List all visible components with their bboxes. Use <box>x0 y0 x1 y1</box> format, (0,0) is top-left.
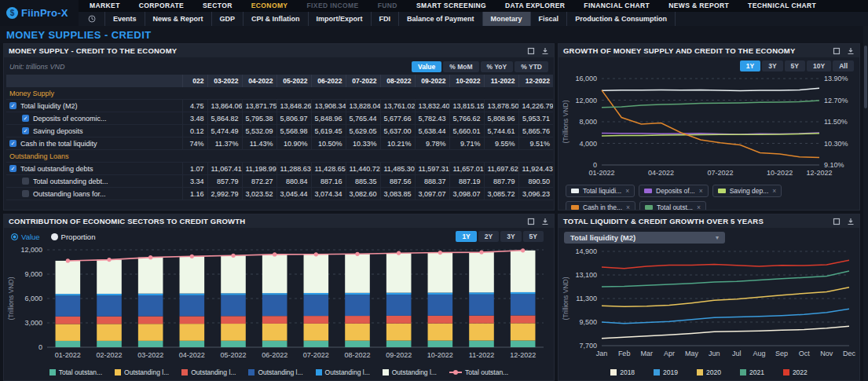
cell-value: 5,619.45 <box>311 125 346 137</box>
nav-item-news-report[interactable]: NEWS & REPORT <box>668 2 729 9</box>
legend-chip-cash-in-the-total-liquidity[interactable]: Cash in the...× <box>566 201 635 211</box>
download-icon[interactable] <box>847 47 855 55</box>
range-button-1y[interactable]: 1Y <box>456 231 476 242</box>
legend-item-2018[interactable]: 2018 <box>610 368 635 376</box>
panel-header: CONTRIBUTION OF ECONOMIC SECTORS TO CRED… <box>4 214 554 228</box>
nav-item-sector[interactable]: SECTOR <box>203 2 233 9</box>
view-button-yoy[interactable]: % YoY <box>481 61 514 72</box>
subnav-item-monetary[interactable]: Monetary <box>483 12 531 26</box>
legend-swatch <box>316 369 322 376</box>
expand-icon[interactable] <box>527 218 535 225</box>
subnav-item-fdi[interactable]: FDI <box>372 12 400 26</box>
nav-item-economy[interactable]: ECONOMY <box>251 2 288 9</box>
download-icon[interactable] <box>541 218 549 225</box>
radio-proportion[interactable]: Proportion <box>51 233 96 241</box>
download-icon[interactable] <box>541 47 549 55</box>
range-button-3y[interactable]: 3Y <box>500 231 521 242</box>
row-checkbox[interactable] <box>22 190 29 197</box>
legend-chip-saving-deposits[interactable]: Saving dep...× <box>712 185 782 197</box>
view-button-value[interactable]: Value <box>412 61 441 72</box>
download-icon[interactable] <box>847 218 855 225</box>
scrollbar-thumb[interactable] <box>864 46 867 108</box>
row-checkbox[interactable]: ✓ <box>9 102 16 109</box>
row-checkbox[interactable] <box>22 178 29 185</box>
legend-item[interactable]: Outstanding l... <box>181 368 236 376</box>
subnav-item-production-consumption[interactable]: Production & Consumption <box>567 12 676 26</box>
nav-item-technical-chart[interactable]: TECHNICAL CHART <box>748 2 816 9</box>
bar-segment <box>180 294 205 295</box>
line-series-cash-in-the-total-liquidity <box>602 90 819 158</box>
legend-item-2022[interactable]: 2022 <box>783 368 808 376</box>
nav-item-market[interactable]: MARKET <box>90 2 120 9</box>
radio-value[interactable]: Value <box>11 233 40 241</box>
range-button-5y[interactable]: 5Y <box>523 231 544 242</box>
bar-segment <box>345 341 370 347</box>
legend-item[interactable]: Outstanding l... <box>383 368 437 376</box>
cell-value: 13,908.34 <box>311 100 346 112</box>
nav-item-fixed-income[interactable]: FIXED INCOME <box>306 2 358 9</box>
close-icon[interactable]: × <box>697 203 701 211</box>
cell-value: 11,485.30 <box>380 163 415 175</box>
legend-item[interactable]: Outstanding l... <box>115 368 169 376</box>
line-dot <box>273 252 277 256</box>
range-button-2y[interactable]: 2Y <box>478 231 499 242</box>
close-icon[interactable]: × <box>625 187 629 195</box>
subnav-item-gdp[interactable]: GDP <box>212 12 244 26</box>
nav-item-data-explorer[interactable]: DATA EXPLORER <box>505 2 565 9</box>
page-scrollbar[interactable] <box>863 26 868 381</box>
nav-item-financial-chart[interactable]: FINANCIAL CHART <box>584 2 650 9</box>
legend-item[interactable]: Total outstan... <box>49 368 102 376</box>
range-button-5y[interactable]: 5Y <box>785 60 805 71</box>
range-button-3y[interactable]: 3Y <box>762 60 782 71</box>
legend-swatch <box>697 369 703 376</box>
expand-icon[interactable] <box>833 47 841 55</box>
legend-item-2021[interactable]: 2021 <box>740 368 764 376</box>
nav-item-corporate[interactable]: CORPORATE <box>139 2 184 9</box>
legend-label: Outstanding l... <box>325 368 370 376</box>
svg-text:9,000: 9,000 <box>24 270 42 278</box>
row-checkbox[interactable]: ✓ <box>9 140 16 147</box>
legend-item[interactable]: Outstanding l... <box>316 368 370 376</box>
expand-icon[interactable] <box>833 218 841 225</box>
nav-item-fund[interactable]: FUND <box>378 2 397 9</box>
subnav-item-fiscal[interactable]: Fiscal <box>531 12 568 26</box>
recent-history-button[interactable] <box>79 12 105 26</box>
legend-item-2019[interactable]: 2019 <box>654 368 678 376</box>
metric-dropdown[interactable]: Total liquidity (M2) ▾ <box>564 232 725 244</box>
close-icon[interactable]: × <box>626 203 630 211</box>
close-icon[interactable]: × <box>699 187 703 195</box>
range-button-all[interactable]: All <box>833 60 854 71</box>
legend-swatch <box>571 205 579 210</box>
view-button-ytd[interactable]: % YTD <box>515 61 548 72</box>
legend-label: Total liquidi... <box>583 187 621 195</box>
legend-chip-total-outstanding-debts[interactable]: Total outst...× <box>639 201 706 211</box>
bar-segment <box>511 315 536 323</box>
subnav-item-import-export[interactable]: Import/Export <box>309 12 372 26</box>
close-icon[interactable]: × <box>772 187 776 195</box>
row-checkbox[interactable]: ✓ <box>22 127 29 134</box>
subnav-item-events[interactable]: Events <box>105 12 145 26</box>
view-button-mom[interactable]: % MoM <box>443 61 478 72</box>
svg-text:13,100: 13,100 <box>575 271 597 279</box>
legend-chip-deposits-of-economic-organizations[interactable]: Deposits of...× <box>639 185 709 197</box>
cell-value: 872.27 <box>242 175 277 188</box>
legend-item-2020[interactable]: 2020 <box>697 368 721 376</box>
legend-item-line[interactable]: Total outstan... <box>449 368 508 376</box>
expand-icon[interactable] <box>527 47 535 55</box>
app-logo[interactable]: $ FiinPro-X <box>0 0 79 26</box>
subnav-item-balance-of-payment[interactable]: Balance of Payment <box>399 12 483 26</box>
legend-chip-total-liquidity-m2[interactable]: Total liquidi...× <box>566 185 635 197</box>
legend-item[interactable]: Outstanding l... <box>248 368 302 376</box>
bar-segment <box>262 255 288 293</box>
subnav-item-cpi-inflation[interactable]: CPI & Inflation <box>244 12 309 26</box>
range-button-1y[interactable]: 1Y <box>740 60 760 71</box>
row-checkbox[interactable]: ✓ <box>9 165 16 172</box>
range-button-10y[interactable]: 10Y <box>807 60 831 71</box>
contribution-legend: Total outstan...Outstanding l...Outstand… <box>6 367 551 379</box>
row-checkbox[interactable]: ✓ <box>22 115 29 122</box>
subnav-item-news-report[interactable]: News & Report <box>145 12 212 26</box>
bar-segment <box>221 295 246 317</box>
legend-label: Cash in the... <box>583 203 622 211</box>
svg-text:09-2022: 09-2022 <box>386 351 412 359</box>
nav-item-smart-screening[interactable]: SMART SCREENING <box>416 2 486 9</box>
